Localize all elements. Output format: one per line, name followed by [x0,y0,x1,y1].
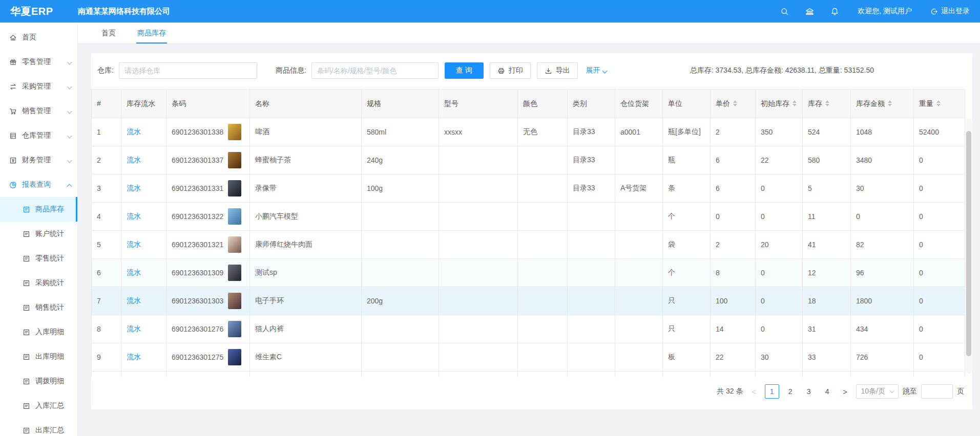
warehouse-select[interactable] [119,62,257,79]
column-header[interactable]: 初始库存 [756,90,803,118]
sidebar-subitem-label: 出库汇总 [35,426,64,435]
sidebar-item-sales[interactable]: 销售管理 [0,99,77,123]
scrollbar-thumb[interactable] [966,131,971,356]
search-icon[interactable] [780,7,789,16]
sidebar-subitem-purchase-stats[interactable]: 采购统计 [0,271,77,295]
jump-page-input[interactable] [921,384,953,399]
table-row: 2 流水 6901236301337 蜂蜜柚子茶 240g 目录33 瓶 6 2… [92,146,965,175]
sidebar-item-reports[interactable]: 报表查询 [0,172,77,197]
barcode-value: 6901236301276 [172,325,223,333]
bell-icon[interactable] [830,7,839,16]
print-button[interactable]: 打印 [490,62,531,79]
product-thumbnail[interactable] [228,180,241,197]
storage-icon [9,132,17,140]
pagination: 共 32 条 < 1234 > 10条/页 跳至 页 [91,377,972,399]
app-logo[interactable]: 华夏ERP [0,5,72,18]
spec-value [362,259,439,287]
sidebar-subitem-sales-stats[interactable]: 销售统计 [0,295,77,320]
tab-bar: 首页商品库存 [78,23,980,44]
logout-button[interactable]: 退出登录 [930,7,970,16]
search-button[interactable]: 查 询 [445,62,484,79]
column-header: 颜色 [518,90,568,118]
inventory-card: 仓库: 商品信息: 查 询 打印 导出 展开 总库存: 3734.53, 总库存… [91,53,972,409]
color-value [518,146,568,175]
sort-control[interactable] [793,100,797,106]
sidebar-item-home[interactable]: 首页 [0,25,77,50]
page-button-3[interactable]: 3 [802,384,816,399]
color-value [518,203,568,231]
page-button-2[interactable]: 2 [783,384,798,399]
product-thumbnail[interactable] [228,349,241,365]
sidebar-subitem-transfer-detail[interactable]: 调拨明细 [0,369,77,394]
sidebar-subitem-product-inventory[interactable]: 商品库存 [0,197,77,222]
chevron-down-icon [67,158,72,163]
weight-value: 0 [914,259,965,287]
column-header[interactable]: 单价 [711,90,756,118]
weight-value: 0 [914,315,965,343]
row-index: 9 [92,343,121,372]
flow-link[interactable]: 流水 [127,184,141,192]
tab-product-inventory[interactable]: 商品库存 [136,23,167,43]
product-thumbnail[interactable] [228,321,241,337]
download-icon [545,67,552,75]
sidebar-subitem-outbound-detail[interactable]: 出库明细 [0,344,77,369]
sort-control[interactable] [936,100,941,106]
expand-link[interactable]: 展开 [586,66,607,75]
column-header[interactable]: 库存金额 [851,90,914,118]
weight-value: 0 [914,175,965,203]
sidebar-item-purchase[interactable]: 采购管理 [0,74,77,99]
column-header-label: 颜色 [523,99,537,108]
printer-icon [497,67,505,75]
prev-page-button[interactable]: < [747,384,761,399]
flow-link[interactable]: 流水 [127,156,141,164]
product-thumbnail[interactable] [228,236,241,253]
row-index: 5 [92,231,121,259]
pie-chart-icon [9,181,17,189]
bank-icon[interactable] [805,7,814,16]
next-page-button[interactable]: > [839,384,852,399]
report-doc-icon [23,206,30,213]
cart-icon [9,107,17,115]
sidebar-item-warehouse[interactable]: 仓库管理 [0,123,77,148]
report-doc-icon [23,427,30,434]
spec-value [362,231,439,259]
product-thumbnail[interactable] [228,208,241,225]
sidebar-item-retail[interactable]: 零售管理 [0,50,77,74]
flow-link[interactable]: 流水 [127,296,141,304]
unit-value: 只 [663,315,711,343]
flow-link[interactable]: 流水 [127,353,141,361]
sidebar-subitem-retail-stats[interactable]: 零售统计 [0,246,77,271]
flow-link[interactable]: 流水 [127,268,141,276]
product-thumbnail[interactable] [228,265,241,281]
product-info-input[interactable] [311,62,439,79]
barcode-value: 6901236301321 [172,241,223,249]
page-size-select[interactable]: 10条/页 [856,384,899,399]
sort-control[interactable] [888,100,892,106]
model-value [439,259,518,287]
sort-control[interactable] [733,100,737,106]
sidebar-item-finance[interactable]: 财务管理 [0,148,77,172]
column-header[interactable]: 库存 [803,90,851,118]
product-info-label: 商品信息: [276,66,306,75]
flow-link[interactable]: 流水 [127,324,141,333]
sort-control[interactable] [825,100,829,106]
page-button-1[interactable]: 1 [765,384,779,399]
sidebar-subitem-account-stats[interactable]: 账户统计 [0,222,77,246]
product-thumbnail[interactable] [228,293,241,309]
model-value [439,372,518,378]
product-thumbnail[interactable] [228,124,241,140]
column-header[interactable]: 重量 [914,90,965,118]
flow-link[interactable]: 流水 [127,212,141,220]
sidebar-subitem-inbound-detail[interactable]: 入库明细 [0,320,77,344]
spec-value [362,372,439,378]
export-button[interactable]: 导出 [537,62,578,79]
sidebar-subitem-outbound-summary[interactable]: 出库汇总 [0,418,77,436]
sidebar-item-label: 报表查询 [22,180,68,189]
tab-home[interactable]: 首页 [100,23,117,43]
category-value: 目录33 [568,146,615,175]
product-thumbnail[interactable] [228,152,241,168]
sidebar-subitem-inbound-summary[interactable]: 入库汇总 [0,394,77,418]
page-button-4[interactable]: 4 [820,384,835,399]
flow-link[interactable]: 流水 [127,127,141,136]
flow-link[interactable]: 流水 [127,240,141,248]
